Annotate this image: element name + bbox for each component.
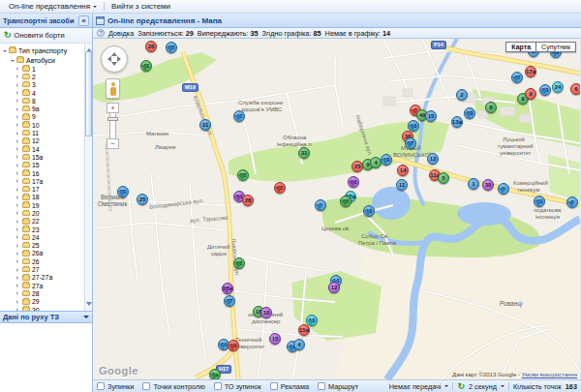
vehicle-marker-24[interactable]: 24 [552,81,564,93]
expand-icon[interactable] [16,164,20,167]
vehicle-marker-41[interactable]: 41 [140,60,152,72]
expand-icon[interactable] [16,211,20,215]
tree-route-27-27а[interactable]: 27-27а [0,274,92,282]
vehicle-marker-32[interactable]: 32 [233,257,245,269]
tree-route-17а[interactable]: 17а [0,177,92,185]
vehicle-marker-30[interactable]: 30 [482,179,494,191]
vehicle-marker-10[interactable]: 10 [408,120,419,132]
tree-route-23[interactable]: 23 [0,226,92,233]
tree-route-26[interactable]: 26 [0,257,92,265]
expand-icon[interactable] [16,235,20,239]
tree-route-20[interactable]: 20 [0,209,92,217]
vehicle-marker-1[interactable]: 1 [468,178,479,190]
vehicle-marker-15[interactable]: 15 [425,110,437,122]
zoom-slider-track[interactable] [109,113,116,138]
expand-icon[interactable] [16,147,20,151]
tree-route-27[interactable]: 27 [0,265,92,273]
pan-right-icon[interactable] [117,56,124,62]
expand-icon[interactable] [16,220,20,224]
tree-route-1[interactable]: 1 [0,65,92,73]
expand-icon[interactable] [16,284,20,287]
scroll-down-icon[interactable] [86,302,92,309]
vehicle-marker-13[interactable]: 13 [381,154,392,166]
expand-icon[interactable] [16,179,20,183]
vehicle-marker-22[interactable]: 22 [340,196,352,207]
legend-checkbox-5[interactable] [318,382,325,390]
expand-icon[interactable] [16,83,20,87]
expand-icon[interactable] [16,107,20,111]
legend-item-4[interactable]: Реклама [270,382,309,391]
legend-item-5[interactable]: Маршрут [318,382,358,391]
vehicle-marker-15а[interactable]: 15а [298,324,310,336]
vehicle-marker-25[interactable]: 25 [117,186,129,197]
expand-icon[interactable] [16,155,20,159]
vehicle-marker-9[interactable]: 9 [525,88,536,100]
vehicle-marker-37[interactable]: 37 [405,137,416,149]
tree-scrollbar[interactable] [84,44,92,311]
vehicle-marker-42[interactable]: 42 [511,72,523,83]
expand-icon[interactable] [16,300,20,304]
expand-icon[interactable] [16,188,20,192]
expand-icon[interactable] [16,75,20,78]
vehicle-marker-27[interactable]: 27 [224,295,235,307]
tree-route-17[interactable]: 17 [0,185,92,193]
expand-icon[interactable] [16,67,20,71]
expand-icon[interactable] [16,196,20,199]
tree-route-2[interactable]: 2 [0,73,92,80]
vehicle-marker-26[interactable]: 26 [348,176,359,188]
vehicle-marker-22[interactable]: 22 [166,42,177,53]
tree-route-11[interactable]: 11 [0,129,92,136]
tree-group-buses[interactable]: Автобуси [0,55,92,65]
expand-icon[interactable] [16,291,20,295]
zoom-out-button[interactable]: − [107,138,119,149]
zoom-slider-thumb[interactable] [107,117,118,121]
tree-route-4[interactable]: 4 [0,89,92,97]
help-link[interactable]: Довідка [108,29,134,38]
tree-route-24[interactable]: 24 [0,233,92,241]
tree-route-27а[interactable]: 27а [0,282,92,289]
tree-route-25[interactable]: 25 [0,242,92,250]
tree-route-29[interactable]: 29 [0,298,92,306]
tree-route-22[interactable]: 22 [0,218,92,226]
expand-icon[interactable] [16,91,20,95]
vehicle-marker-8[interactable]: 8 [485,102,497,113]
transmission-dropdown[interactable]: Немає передачі [389,382,442,391]
tree-route-8[interactable]: 8 [0,97,92,105]
expand-icon[interactable] [16,308,20,311]
vehicle-marker-10[interactable]: 10 [260,307,272,318]
tree-route-19[interactable]: 19 [0,201,92,209]
vehicle-marker-15[interactable]: 15 [269,333,281,345]
vehicle-marker-32[interactable]: 32 [274,182,286,194]
vehicle-marker-12[interactable]: 12 [328,282,340,293]
vehicle-marker-22[interactable]: 22 [237,169,249,181]
vehicle-marker-1а[interactable]: 1а [209,369,221,379]
expand-icon[interactable] [16,268,20,272]
vehicle-marker-28[interactable]: 28 [242,195,254,206]
vehicle-marker-2[interactable]: 2 [566,196,578,208]
tree-route-18[interactable]: 18 [0,194,92,201]
pan-up-icon[interactable] [111,49,117,56]
legend-item-1[interactable]: Зупинки [97,382,134,391]
vehicle-marker-2[interactable]: 2 [456,89,468,101]
pegman-control[interactable] [106,78,120,99]
tree-route-16[interactable]: 16 [0,169,92,177]
expand-icon[interactable] [16,203,20,207]
tree-route-14[interactable]: 14 [0,145,92,153]
tree-route-15[interactable]: 15 [0,162,92,169]
map-pan-control[interactable] [101,45,128,73]
vehicle-marker-6[interactable]: 6 [570,83,580,95]
expand-icon[interactable] [16,252,20,256]
terms-link[interactable]: Умови використання [522,372,577,377]
vehicle-marker-17а[interactable]: 17а [525,66,536,77]
legend-checkbox-3[interactable] [214,382,222,390]
expand-icon[interactable] [16,276,20,280]
vehicle-marker-25[interactable]: 25 [137,194,148,205]
vehicle-marker-11[interactable]: 11 [396,179,408,191]
legend-item-2[interactable]: Точки контролю [142,382,204,391]
interval-dropdown[interactable]: 2 секунд [469,382,497,391]
vehicle-marker-42[interactable]: 42 [233,110,245,122]
tree-route-9а[interactable]: 9а [0,105,92,112]
vehicle-marker-15[interactable]: 15 [534,196,545,207]
vehicle-marker-28[interactable]: 28 [464,107,475,119]
tree-route-28[interactable]: 28 [0,289,92,297]
